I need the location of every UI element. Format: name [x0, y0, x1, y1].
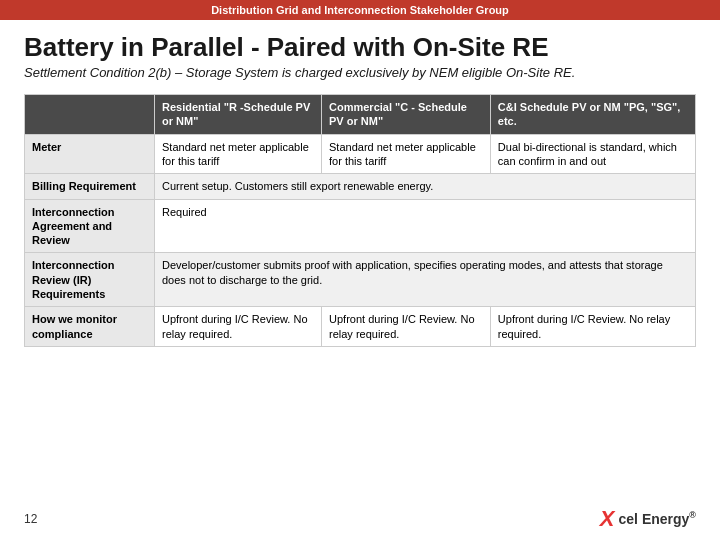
row-label-ir-requirements: Interconnection Review (IR) Requirements: [25, 253, 155, 307]
table-row: Billing Requirement Current setup. Custo…: [25, 174, 696, 199]
row-label-interconnection-agreement: Interconnection Agreement and Review: [25, 199, 155, 253]
col-header-0: [25, 95, 155, 135]
col-header-2: Commercial "C - Schedule PV or NM": [322, 95, 491, 135]
cell-monitor-col1: Upfront during I/C Review. No relay requ…: [155, 307, 322, 347]
cell-meter-col1: Standard net meter applicable for this t…: [155, 134, 322, 174]
logo-x-icon: X: [600, 506, 615, 532]
col-header-3: C&I Schedule PV or NM "PG, "SG", etc.: [490, 95, 695, 135]
logo-brand: cel Energy®: [619, 511, 696, 527]
col-header-1: Residential "R -Schedule PV or NM": [155, 95, 322, 135]
cell-ir-requirements: Developer/customer submits proof with ap…: [155, 253, 696, 307]
cell-interconnection-agreement: Required: [155, 199, 696, 253]
logo: X cel Energy®: [600, 506, 696, 532]
table-row: Interconnection Review (IR) Requirements…: [25, 253, 696, 307]
page-number: 12: [24, 512, 37, 526]
cell-meter-col2: Standard net meter applicable for this t…: [322, 134, 491, 174]
logo-text-group: cel Energy®: [619, 511, 696, 528]
footer: 12 X cel Energy®: [24, 506, 696, 532]
table-row: Interconnection Agreement and Review Req…: [25, 199, 696, 253]
row-label-meter: Meter: [25, 134, 155, 174]
top-banner: Distribution Grid and Interconnection St…: [0, 0, 720, 20]
page-title: Battery in Parallel - Paired with On-Sit…: [24, 32, 696, 63]
cell-billing: Current setup. Customers still export re…: [155, 174, 696, 199]
main-table: Residential "R -Schedule PV or NM" Comme…: [24, 94, 696, 347]
cell-monitor-col2: Upfront during I/C Review. No relay requ…: [322, 307, 491, 347]
subtitle: Settlement Condition 2(b) – Storage Syst…: [24, 65, 696, 82]
table-row: How we monitor compliance Upfront during…: [25, 307, 696, 347]
row-label-billing: Billing Requirement: [25, 174, 155, 199]
cell-meter-col3: Dual bi-directional is standard, which c…: [490, 134, 695, 174]
table-row: Meter Standard net meter applicable for …: [25, 134, 696, 174]
cell-monitor-col3: Upfront during I/C Review. No relay requ…: [490, 307, 695, 347]
row-label-monitor: How we monitor compliance: [25, 307, 155, 347]
banner-text: Distribution Grid and Interconnection St…: [211, 4, 509, 16]
table-header-row: Residential "R -Schedule PV or NM" Comme…: [25, 95, 696, 135]
